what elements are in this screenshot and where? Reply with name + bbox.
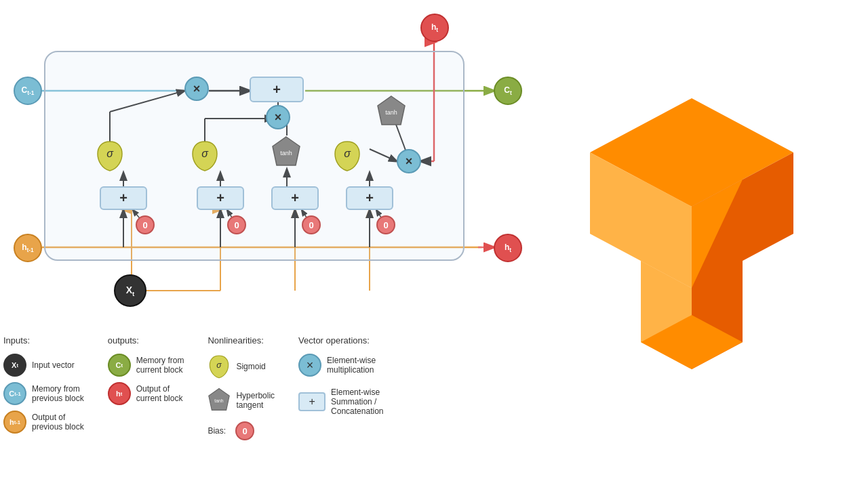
svg-text:tanh: tanh bbox=[215, 398, 224, 403]
legend-outputs-title: outputs: bbox=[108, 335, 184, 346]
mult-op-3: × bbox=[397, 149, 421, 173]
legend-xt-desc: Input vector bbox=[32, 360, 75, 370]
svg-text:tanh: tanh bbox=[385, 109, 397, 116]
mult-op-1: × bbox=[184, 77, 209, 101]
legend-sigma-desc: Sigmoid bbox=[236, 362, 265, 371]
legend-mult-desc: Element-wisemultiplication bbox=[327, 356, 376, 375]
ht-out-node: ht bbox=[494, 234, 522, 262]
plus-op-4: + bbox=[346, 186, 393, 210]
bias-0-2: 0 bbox=[227, 215, 246, 234]
ht-top-node: ht bbox=[420, 14, 449, 42]
legend-tanh-shape: tanh bbox=[208, 388, 231, 413]
legend-sigma-shape: σ bbox=[208, 354, 231, 379]
bias-0-4: 0 bbox=[376, 215, 395, 234]
ht1-node: ht-1 bbox=[14, 234, 42, 262]
legend-plus-item: + Element-wiseSummation /Concatenation bbox=[298, 388, 383, 416]
tensorflow-logo bbox=[549, 98, 834, 383]
legend-bias-title: Bias: bbox=[208, 426, 226, 436]
legend-vector-ops-col: Vector operations: × Element-wisemultipl… bbox=[298, 335, 383, 440]
legend-ht-item: ht Output ofcurrent block bbox=[108, 382, 184, 405]
bias-0-3: 0 bbox=[302, 215, 321, 234]
legend-tanh-item: tanh Hyperbolictangent bbox=[208, 388, 275, 413]
tanh-gate-2: tanh bbox=[376, 95, 406, 129]
legend-xt-item: Xt Input vector bbox=[3, 354, 84, 377]
right-panel bbox=[515, 0, 868, 481]
legend-outputs-col: outputs: Ct Memory fromcurrent block ht … bbox=[108, 335, 184, 440]
tanh-gate-1: tanh bbox=[271, 135, 301, 169]
legend-vector-ops-title: Vector operations: bbox=[298, 335, 383, 346]
legend-plus-desc: Element-wiseSummation /Concatenation bbox=[331, 388, 383, 416]
legend-mult-item: × Element-wisemultiplication bbox=[298, 354, 383, 377]
legend-inputs-col: Inputs: Xt Input vector Ct-1 Memory from… bbox=[3, 335, 84, 440]
legend-ct-desc: Memory fromcurrent block bbox=[136, 356, 184, 375]
ct-label: Ct bbox=[504, 85, 511, 96]
legend-plus-box: + bbox=[298, 392, 326, 411]
main-container: Ct-1 ht-1 Ct ht ht Xt bbox=[0, 0, 868, 481]
diagram-area: Ct-1 ht-1 Ct ht ht Xt bbox=[7, 7, 495, 332]
legend-nonlinearities-title: Nonlinearities: bbox=[208, 335, 275, 346]
sigma-gate-1: σ bbox=[95, 139, 125, 173]
ct1-node: Ct-1 bbox=[14, 77, 42, 105]
legend-nonlinearities-col: Nonlinearities: σ Sigmoid bbox=[208, 335, 275, 440]
ct1-label: Ct-1 bbox=[22, 85, 35, 96]
legend-ct-item: Ct Memory fromcurrent block bbox=[108, 354, 184, 377]
legend-bias-legend-item: Bias: 0 bbox=[208, 421, 275, 440]
legend-sigma-item: σ Sigmoid bbox=[208, 354, 275, 379]
legend-xt-circle: Xt bbox=[3, 354, 26, 377]
plus-op-3: + bbox=[271, 186, 319, 210]
xt-node: Xt bbox=[114, 274, 146, 307]
svg-text:tanh: tanh bbox=[280, 150, 292, 156]
ct-out-node: Ct bbox=[494, 77, 522, 105]
svg-text:σ: σ bbox=[106, 148, 114, 159]
bias-0-1: 0 bbox=[136, 215, 155, 234]
legend-inputs-title: Inputs: bbox=[3, 335, 84, 346]
svg-text:σ: σ bbox=[217, 360, 222, 370]
svg-text:σ: σ bbox=[344, 148, 351, 159]
legend-area: Inputs: Xt Input vector Ct-1 Memory from… bbox=[3, 335, 512, 440]
legend-ct1-item: Ct-1 Memory fromprevious block bbox=[3, 382, 84, 405]
legend-ht1-desc: Output ofprevious block bbox=[32, 413, 84, 432]
legend-ct-circle: Ct bbox=[108, 354, 131, 377]
ht-top-label: ht bbox=[431, 22, 438, 33]
legend-ht-circle: ht bbox=[108, 382, 131, 405]
plus-op-top: + bbox=[250, 77, 304, 102]
legend-tanh-desc: Hyperbolictangent bbox=[236, 391, 275, 410]
mult-op-2: × bbox=[266, 105, 290, 129]
ht-out-label: ht bbox=[505, 243, 511, 253]
legend-ht-desc: Output ofcurrent block bbox=[136, 384, 183, 403]
legend-ct1-circle: Ct-1 bbox=[3, 382, 26, 405]
plus-op-1: + bbox=[100, 186, 147, 210]
legend-mult-circle: × bbox=[298, 354, 321, 377]
legend-ht1-item: ht-1 Output ofprevious block bbox=[3, 411, 84, 434]
svg-text:σ: σ bbox=[201, 148, 209, 159]
xt-label: Xt bbox=[126, 285, 135, 297]
left-panel: Ct-1 ht-1 Ct ht ht Xt bbox=[0, 0, 515, 481]
sigma-gate-2: σ bbox=[190, 139, 220, 173]
legend-ht1-circle: ht-1 bbox=[3, 411, 26, 434]
legend-ct1-desc: Memory fromprevious block bbox=[32, 384, 84, 403]
sigma-gate-3: σ bbox=[332, 139, 362, 173]
legend-bias-circle: 0 bbox=[235, 421, 254, 440]
ht1-label: ht-1 bbox=[22, 243, 34, 253]
plus-op-2: + bbox=[197, 186, 244, 210]
